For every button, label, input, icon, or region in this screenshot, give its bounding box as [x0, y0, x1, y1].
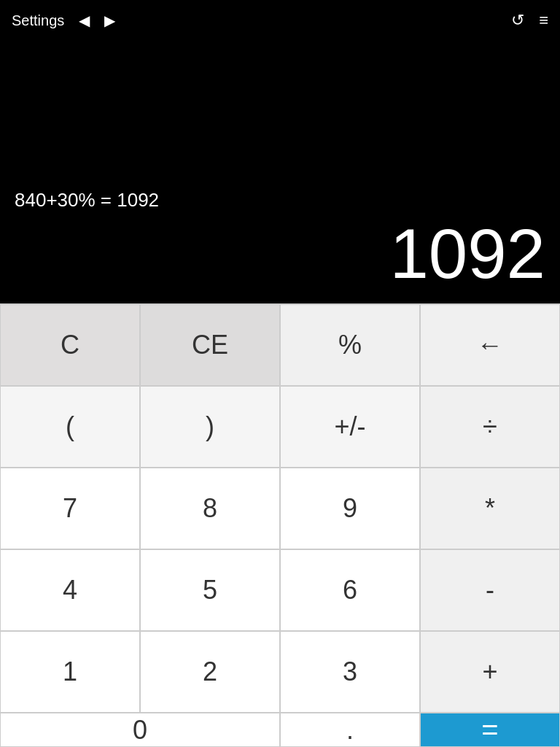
clear-button[interactable]: C: [0, 304, 140, 386]
equals-button[interactable]: =: [420, 713, 560, 747]
backspace-button[interactable]: ←: [420, 304, 560, 386]
nav-back-button[interactable]: ◀: [79, 12, 90, 29]
top-bar-right: ↺ ≡: [511, 11, 548, 30]
seven-button[interactable]: 7: [0, 468, 140, 549]
dot-button[interactable]: .: [280, 713, 420, 747]
nav-forward-button[interactable]: ▶: [104, 12, 115, 29]
plus-minus-button[interactable]: +/-: [280, 386, 420, 468]
three-button[interactable]: 3: [280, 631, 420, 713]
close-paren-button[interactable]: ): [140, 386, 280, 468]
two-button[interactable]: 2: [140, 631, 280, 713]
minus-button[interactable]: -: [420, 549, 560, 631]
menu-icon[interactable]: ≡: [539, 11, 548, 30]
plus-button[interactable]: +: [420, 631, 560, 713]
top-bar: Settings ◀ ▶ ↺ ≡: [0, 0, 560, 41]
settings-label: Settings: [12, 12, 64, 29]
five-button[interactable]: 5: [140, 549, 280, 631]
one-button[interactable]: 1: [0, 631, 140, 713]
divide-button[interactable]: ÷: [420, 386, 560, 468]
open-paren-button[interactable]: (: [0, 386, 140, 468]
percent-button[interactable]: %: [280, 304, 420, 386]
undo-icon[interactable]: ↺: [511, 11, 524, 30]
expression-display: 840+30% = 1092: [15, 189, 159, 212]
clear-entry-button[interactable]: CE: [140, 304, 280, 386]
display-area: 840+30% = 1092 1092: [0, 41, 560, 303]
multiply-button[interactable]: *: [420, 468, 560, 549]
four-button[interactable]: 4: [0, 549, 140, 631]
eight-button[interactable]: 8: [140, 468, 280, 549]
top-bar-left: Settings ◀ ▶: [12, 12, 115, 29]
six-button[interactable]: 6: [280, 549, 420, 631]
keypad: C CE % ← ( ) +/- ÷ 7 8 9 * 4 5 6 - 1 2 3…: [0, 303, 560, 747]
result-display: 1092: [389, 219, 545, 289]
nine-button[interactable]: 9: [280, 468, 420, 549]
zero-button[interactable]: 0: [0, 713, 280, 747]
